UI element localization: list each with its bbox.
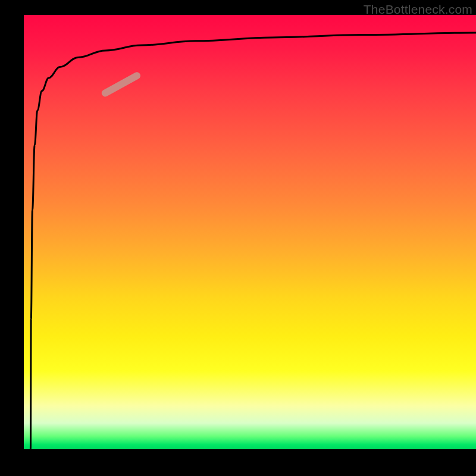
plot-area <box>24 15 476 449</box>
chart-container: TheBottleneck.com <box>0 0 476 476</box>
attribution-label: TheBottleneck.com <box>364 2 472 17</box>
